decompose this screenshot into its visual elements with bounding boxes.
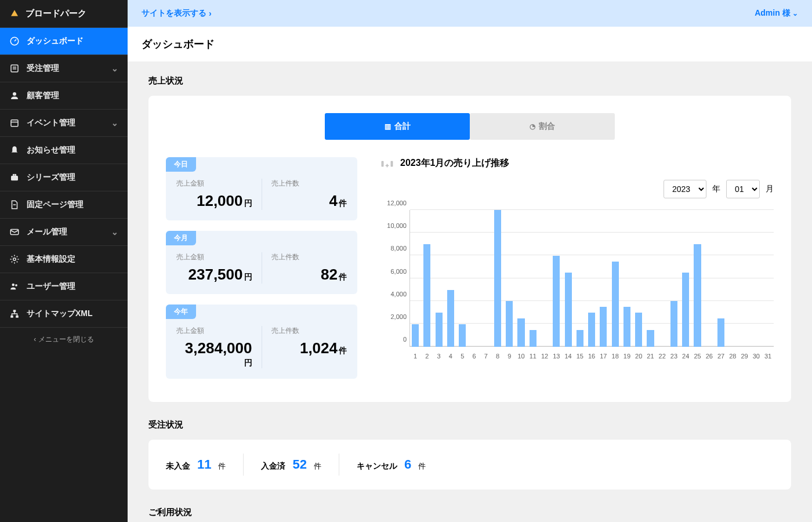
bar xyxy=(577,330,583,347)
bar-slot: 29 xyxy=(738,210,750,347)
sidebar-item-label: サイトマップXML xyxy=(27,309,93,319)
svg-rect-15 xyxy=(10,316,13,318)
mail-icon xyxy=(9,227,20,237)
x-tick: 17 xyxy=(597,353,609,360)
sitemap-icon xyxy=(9,309,20,319)
brand-icon xyxy=(9,9,20,19)
stat-badge-today: 今日 xyxy=(166,157,196,172)
orders-section-title: 受注状況 xyxy=(148,419,791,430)
svg-rect-7 xyxy=(11,176,18,180)
tab-ratio[interactable]: ◔割合 xyxy=(470,113,615,140)
sidebar-item-sitemap[interactable]: サイトマップXML xyxy=(0,300,128,328)
sidebar-item-bell[interactable]: お知らせ管理 xyxy=(0,137,128,164)
order-paid-unit: 件 xyxy=(314,461,321,472)
sidebar-item-briefcase[interactable]: シリーズ管理 xyxy=(0,164,128,191)
bar-slot: 3 xyxy=(433,210,445,347)
order-unpaid[interactable]: 未入金 11 件 xyxy=(166,454,244,476)
chevron-down-icon: ⌄ xyxy=(111,64,118,73)
stat-card-year: 今年 売上金額 3,284,000円 売上件数 1,024件 xyxy=(166,304,357,379)
x-tick: 26 xyxy=(704,353,715,360)
sidebar-item-label: お知らせ管理 xyxy=(27,145,75,155)
sidebar-item-gear[interactable]: 基本情報設定 xyxy=(0,246,128,273)
tab-total[interactable]: ▥合計 xyxy=(325,113,470,140)
sidebar-item-gauge[interactable]: ダッシュボード xyxy=(0,28,128,55)
bar-slot: 27 xyxy=(715,210,727,347)
order-cancelled[interactable]: キャンセル 6 件 xyxy=(339,454,443,476)
tabs: ▥合計 ◔割合 xyxy=(166,113,774,140)
view-site-link[interactable]: サイトを表示する xyxy=(142,8,212,19)
bar-slot: 15 xyxy=(574,210,586,347)
bar xyxy=(600,307,607,347)
ken-unit: 件 xyxy=(339,198,347,208)
sidebar-item-file[interactable]: 固定ページ管理 xyxy=(0,191,128,219)
x-tick: 29 xyxy=(738,353,750,360)
bar xyxy=(436,313,443,347)
sidebar-item-users[interactable]: ユーザー管理 xyxy=(0,273,128,300)
bar-slot: 4 xyxy=(445,210,456,347)
order-paid-value: 52 xyxy=(292,457,306,472)
chart-icon: ⫾₊⫾ xyxy=(380,158,394,169)
stat-amount-label: 売上金額 xyxy=(176,252,252,262)
yen-unit: 円 xyxy=(244,358,252,367)
svg-point-12 xyxy=(12,284,15,287)
x-tick: 30 xyxy=(751,353,762,360)
chart-title-text: 2023年1月の売り上げ推移 xyxy=(400,157,510,169)
bar-chart-icon: ▥ xyxy=(385,122,391,130)
year-suffix: 年 xyxy=(712,184,720,194)
year-select[interactable]: 2023 xyxy=(664,180,706,198)
sidebar-item-label: 受注管理 xyxy=(27,63,59,74)
x-tick: 3 xyxy=(433,353,445,360)
sales-section-title: 売上状況 xyxy=(148,75,791,86)
svg-point-4 xyxy=(13,92,16,96)
sales-panel: ▥合計 ◔割合 今日 売上金額 12,000円 xyxy=(148,96,791,402)
bar xyxy=(624,307,630,347)
today-count: 4 xyxy=(329,192,338,209)
y-tick: 8,000 xyxy=(382,245,407,252)
x-tick: 25 xyxy=(691,353,703,360)
bar-slot: 30 xyxy=(751,210,762,347)
sidebar-item-list[interactable]: 受注管理⌄ xyxy=(0,55,128,82)
svg-rect-5 xyxy=(11,120,18,126)
ken-unit: 件 xyxy=(339,272,347,281)
bar xyxy=(670,301,677,347)
x-tick: 6 xyxy=(468,353,480,360)
sales-chart: 02,0004,0006,0008,00010,00012,000 123456… xyxy=(409,210,774,361)
bar-slot: 19 xyxy=(621,210,633,347)
svg-point-11 xyxy=(13,258,16,261)
user-menu[interactable]: Admin 様 xyxy=(755,8,798,19)
month-select[interactable]: 01 xyxy=(726,180,760,198)
year-amount: 3,284,000 xyxy=(185,339,252,357)
x-tick: 15 xyxy=(574,353,586,360)
x-tick: 5 xyxy=(456,353,468,360)
bar-slot: 11 xyxy=(527,210,539,347)
stat-count-label: 売上件数 xyxy=(271,179,347,188)
bar-slot: 21 xyxy=(644,210,656,347)
brand[interactable]: ブロードパーク xyxy=(0,0,128,28)
stat-amount-label: 売上金額 xyxy=(176,179,252,188)
bar xyxy=(647,330,654,347)
bar xyxy=(506,301,513,347)
bar-slot: 5 xyxy=(456,210,468,347)
stat-count-label: 売上件数 xyxy=(271,326,347,336)
bar-slot: 14 xyxy=(562,210,574,347)
sidebar-item-mail[interactable]: メール管理⌄ xyxy=(0,219,128,246)
gauge-icon xyxy=(9,36,20,46)
bar xyxy=(694,244,701,347)
bar-slot: 24 xyxy=(680,210,691,347)
list-icon xyxy=(9,63,20,74)
y-tick: 4,000 xyxy=(382,291,407,298)
sidebar-collapse[interactable]: メニューを閉じる xyxy=(0,328,128,351)
x-tick: 16 xyxy=(586,353,597,360)
bar-slot: 13 xyxy=(550,210,562,347)
year-count: 1,024 xyxy=(300,339,338,357)
usage-section-title: ご利用状況 xyxy=(148,507,791,518)
sidebar-item-calendar[interactable]: イベント管理⌄ xyxy=(0,110,128,137)
bar-slot: 31 xyxy=(762,210,774,347)
bar-slot: 23 xyxy=(668,210,680,347)
bar-slot: 17 xyxy=(597,210,609,347)
x-tick: 24 xyxy=(680,353,691,360)
bar-slot: 28 xyxy=(727,210,738,347)
sidebar: ブロードパーク ダッシュボード受注管理⌄顧客管理イベント管理⌄お知らせ管理シリー… xyxy=(0,0,128,522)
order-paid[interactable]: 入金済 52 件 xyxy=(244,454,339,476)
sidebar-item-user[interactable]: 顧客管理 xyxy=(0,82,128,110)
